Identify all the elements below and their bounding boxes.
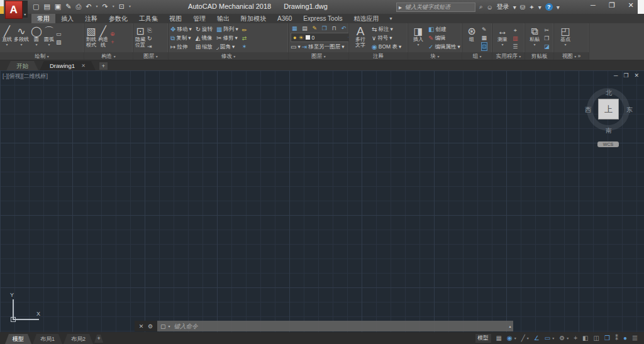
line-dropdown-icon[interactable]: ▾ <box>6 43 8 47</box>
command-input[interactable] <box>173 322 504 330</box>
ungroup-icon[interactable]: ▦ <box>481 34 487 42</box>
save-icon[interactable]: ▣ <box>55 2 61 11</box>
signin-label[interactable]: 登录 <box>497 3 509 11</box>
layer-off-icon[interactable]: ▤ <box>302 25 308 32</box>
copy-clip-icon[interactable]: ❐ <box>544 35 550 42</box>
rectangle-icon[interactable]: ▭ <box>56 30 62 38</box>
qat-customize-icon[interactable]: ▾ <box>129 2 131 11</box>
panel-title-construction[interactable]: 构造 ▾ <box>84 52 133 60</box>
command-history-icon[interactable]: ▴ <box>507 321 513 331</box>
command-input-area[interactable]: ▢ ▾ <box>157 321 507 331</box>
file-tab-drawing1[interactable]: Drawing1 ✕ <box>40 61 96 70</box>
panel-title-modify[interactable]: 修改 ▾ <box>169 52 288 60</box>
model-space-toggle[interactable]: 模型 <box>475 334 491 343</box>
panel-title-draw[interactable]: 绘制 ▾ <box>0 52 84 60</box>
snap-dropdown-icon[interactable]: ▾ <box>514 336 516 340</box>
tab-parametric[interactable]: 参数化 <box>103 14 133 23</box>
grid-toggle-icon[interactable]: ▦ <box>496 335 502 341</box>
layout-tab-layout2[interactable]: 布局2 <box>64 334 93 344</box>
layer-dropdown[interactable]: ● ☀ 0 ▾ <box>291 33 348 42</box>
graphics-performance-icon[interactable]: ● <box>623 335 627 341</box>
ribbon-display-toggle-icon[interactable]: ▾ <box>384 14 397 23</box>
paste-special-icon[interactable]: ◪ <box>544 43 550 50</box>
wcs-dropdown[interactable]: WCS <box>597 141 619 147</box>
tab-toolsets[interactable]: 工具集 <box>133 14 164 23</box>
edit-block-button[interactable]: ✎编辑 <box>428 34 460 42</box>
isolate-objects-icon[interactable]: ⁑ <box>615 335 618 341</box>
bom-button[interactable]: ◉BOM 表▾ <box>372 43 401 51</box>
application-menu-button[interactable]: A ▾ <box>5 1 28 18</box>
viewcube-west[interactable]: 西 <box>583 106 593 114</box>
annotation-scale-icon[interactable]: ◫ <box>594 335 599 341</box>
help-search-box[interactable]: ▸ <box>396 3 475 12</box>
layer-freeze-icon[interactable]: ❐ <box>322 25 327 32</box>
gear-dropdown-icon[interactable]: ▾ <box>567 336 569 340</box>
signin-dropdown-icon[interactable]: ▾ <box>513 4 516 11</box>
circle-dropdown-icon[interactable]: ▾ <box>35 43 37 47</box>
undo-icon[interactable]: ↶ <box>86 2 91 11</box>
centerline-icon[interactable]: ⊕ <box>110 30 115 38</box>
insert-block-button[interactable]: ◨ 插入 ▾ <box>410 25 426 52</box>
paste-button[interactable]: ⧉ 粘贴 ▾ <box>527 25 542 52</box>
redo-icon[interactable]: ↷ <box>102 2 108 11</box>
annotation-visibility-icon[interactable]: ◧ <box>582 335 588 341</box>
group-button[interactable]: ⊛ 组 <box>464 25 479 52</box>
panel-title-view[interactable]: 视图 ▾ » <box>554 52 589 60</box>
drawing-close-icon[interactable]: ✕ <box>634 72 639 79</box>
cut-icon[interactable]: ✂ <box>544 26 550 34</box>
cline-mode-button[interactable]: ▧ 剖线 模式 <box>86 25 96 52</box>
center-cross-icon[interactable]: + <box>110 38 115 46</box>
help-dropdown-icon[interactable]: ▾ <box>557 4 560 11</box>
arc-button[interactable]: ⌒ 圆弧 ▾ <box>44 25 54 52</box>
viewcube-south[interactable]: 南 <box>604 126 614 135</box>
minimize-button[interactable]: ─ <box>589 1 597 9</box>
edit-attributes-button[interactable]: ✓编辑属性▾ <box>428 43 460 51</box>
viewcube-east[interactable]: 东 <box>625 106 635 114</box>
share-dropdown-icon[interactable]: ▾ <box>538 4 541 11</box>
layout-tab-layout1[interactable]: 布局1 <box>33 334 62 344</box>
panel-title-layers-mech[interactable]: 图层 ▾ <box>133 52 168 60</box>
panel-title-group[interactable]: 组 ▾ <box>462 52 492 60</box>
move-button[interactable]: ✥移动▾ <box>170 25 192 33</box>
drawing-restore-icon[interactable]: ❐ <box>623 72 628 79</box>
trim-button[interactable]: ✂修剪▾ <box>216 34 238 42</box>
snap-toggle-icon[interactable]: ◉ <box>507 335 513 341</box>
search-icon[interactable]: ⌕ <box>479 3 483 11</box>
panel-title-annotation[interactable]: 注释 <box>349 52 408 60</box>
command-recent-icon[interactable]: ▾ <box>169 324 170 328</box>
mtext-button[interactable]: A 多行 文字 <box>351 25 370 52</box>
tab-insert[interactable]: 插入 <box>55 14 79 23</box>
hatch-icon[interactable]: ▨ <box>56 38 62 46</box>
redo-dropdown-icon[interactable]: ▾ <box>113 2 114 11</box>
line-button[interactable]: ╱ 直线 ▾ <box>2 25 12 52</box>
tab-addins[interactable]: 附加模块 <box>235 14 272 23</box>
tab-view[interactable]: 视图 <box>164 14 187 23</box>
new-file-icon[interactable]: ▢ <box>33 2 39 11</box>
polyline-button[interactable]: ∿ 多段线 ▾ <box>14 25 29 52</box>
panel-title-clipboard[interactable]: 剪贴板 <box>525 52 553 60</box>
polar-tracking-icon[interactable]: ╱ <box>521 335 525 341</box>
file-tab-close-icon[interactable]: ✕ <box>81 61 86 70</box>
erase-icon[interactable]: ✏ <box>242 26 247 34</box>
layer-refresh-icon[interactable]: ↻ <box>147 35 152 42</box>
tab-annotate[interactable]: 注释 <box>79 14 103 23</box>
layer-tool-icon[interactable]: ⎘ <box>147 26 152 34</box>
command-close-icon[interactable]: ✕ <box>139 323 144 330</box>
customization-menu-icon[interactable]: ☰ <box>632 335 638 341</box>
layer-move-icon[interactable]: ⇥ <box>147 43 152 50</box>
new-layout-button[interactable]: + <box>94 335 103 343</box>
open-file-icon[interactable]: ▤ <box>43 2 50 11</box>
close-button[interactable]: ✕ <box>626 1 635 9</box>
viewport-controls-label[interactable]: [-][俯视][二维线框] <box>3 72 48 80</box>
save-as-icon[interactable]: ✎ <box>65 2 71 11</box>
workspace-icon[interactable]: ⊡ <box>119 2 125 11</box>
help-icon[interactable]: ? <box>545 3 553 11</box>
polar-dropdown-icon[interactable]: ▾ <box>527 336 529 340</box>
drawing-canvas[interactable]: [-][俯视][二维线框] ─ ❐ ✕ 北 南 西 东 上 WCS Y X ✕ … <box>0 70 644 332</box>
share-icon[interactable]: ✦ <box>529 4 534 11</box>
group-selection-toggle-icon[interactable]: ⊡ <box>481 42 487 51</box>
tab-a360[interactable]: A360 <box>272 14 297 23</box>
panel-title-block[interactable]: 块 ▾ <box>408 52 462 60</box>
explode-icon[interactable]: ✶ <box>242 43 247 50</box>
command-customize-icon[interactable]: ⚙ <box>148 323 153 330</box>
